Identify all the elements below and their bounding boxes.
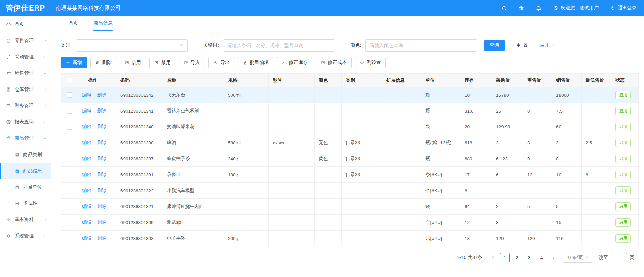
category-label: 类别: [61,42,72,48]
edit-link[interactable]: 编辑 [82,124,91,129]
delete-link[interactable]: 删除 [97,156,107,161]
op-divider: | [94,172,95,177]
edit-link[interactable]: 编辑 [82,140,91,145]
bank-icon[interactable] [518,5,524,11]
row-checkbox[interactable] [67,124,72,130]
edit-link[interactable]: 编辑 [82,236,91,241]
column-header: 销售价 [552,74,582,87]
sidebar-item-label: 基本资料 [15,217,43,223]
delete-link[interactable]: 删除 [97,140,107,145]
op-divider: | [94,156,95,161]
row-checkbox[interactable] [67,236,72,241]
sidebar-item-product[interactable]: 商品管理 [0,130,51,146]
chevron-down-icon [43,71,47,76]
sidebar-item-report[interactable]: 报表查询 [0,114,51,130]
color-input[interactable] [365,39,477,52]
row-checkbox[interactable] [67,204,72,209]
batch-edit-button[interactable]: 批量编辑 [238,57,273,68]
edit-link[interactable]: 编辑 [82,188,91,193]
delete-link[interactable]: 删除 [97,108,107,113]
delete-link[interactable]: 删除 [97,204,107,209]
page-number-4[interactable]: 4 [537,253,546,262]
edit-link[interactable]: 编辑 [82,92,91,97]
edit-link[interactable]: 编辑 [82,108,91,113]
edit-link[interactable]: 编辑 [82,172,91,177]
column-header: 最低售价 [582,74,611,87]
tab-product-info[interactable]: 商品信息 [93,16,113,31]
row-checkbox[interactable] [67,156,72,161]
sidebar-item-sales[interactable]: 销售管理 [0,65,51,81]
sidebar-item-warehouse[interactable]: 仓库管理 [0,81,51,98]
grid-icon [6,217,11,222]
cell-spec [224,183,269,199]
chevron-glyph [43,136,47,141]
row-checkbox[interactable] [67,108,72,114]
tab-home[interactable]: 首页 [68,16,79,31]
page-size-select[interactable]: 10 条/页 [563,253,593,263]
sidebar-item-system[interactable]: 系统管理 [0,228,51,244]
welcome-user[interactable]: 欢迎您，测试用户 [553,5,599,11]
cell-category [342,103,382,119]
finance-glyph [6,103,11,108]
delete-button[interactable]: 删除 [90,57,116,68]
sidebar-item-home[interactable]: 首页 [0,16,51,33]
delete-link[interactable]: 删除 [97,220,107,225]
sidebar-item-finance[interactable]: 财务管理 [0,98,51,114]
delete-link[interactable]: 删除 [97,124,107,129]
enable-button[interactable]: 启用 [120,57,146,68]
sidebar-item-label: 计量单位 [23,184,42,190]
delete-link[interactable]: 删除 [97,92,107,97]
sidebar-item-purchase[interactable]: 采购管理 [0,49,51,65]
disable-button[interactable]: 禁用 [149,57,175,68]
sidebar-item-product-category[interactable]: 商品类别 [0,146,51,163]
delete-link[interactable]: 删除 [97,236,107,241]
column-settings-button[interactable]: 列设置 [355,57,386,68]
delete-link[interactable]: 删除 [97,172,107,177]
delete-link[interactable]: 删除 [97,188,107,193]
keyword-input[interactable] [223,39,335,52]
page-number-2[interactable]: 2 [512,253,522,262]
bell-icon[interactable] [536,5,542,11]
category-select[interactable] [76,39,188,52]
edit-link[interactable]: 编辑 [82,220,91,225]
row-checkbox[interactable] [67,140,72,145]
search-button[interactable]: 查询 [484,40,505,51]
sidebar-item-basic[interactable]: 基本资料 [0,212,51,228]
row-checkbox[interactable] [67,220,72,225]
cell-unit: 瓶 [421,151,460,167]
export-button[interactable]: 导出 [208,57,234,68]
row-checkbox[interactable] [67,92,72,98]
cell-spec: 500ml [224,87,269,103]
search-icon[interactable] [501,5,507,11]
reset-button[interactable]: 重置 [510,40,534,51]
column-header: 状态 [611,74,639,87]
page-number-3[interactable]: 3 [525,253,534,262]
cell-color: 无色 [315,135,342,151]
welcome-text: 欢迎您，测试用户 [561,5,599,11]
logout-button[interactable]: 退出登录 [610,5,637,11]
prev-page-icon[interactable] [489,253,497,262]
sidebar-item-retail[interactable]: 零售管理 [0,33,51,49]
sidebar-item-measure-unit[interactable]: 计量单位 [0,179,51,195]
import-button[interactable]: 导入 [179,57,205,68]
add-button[interactable]: 新增 [61,57,87,68]
next-page-icon[interactable] [549,253,558,262]
jump-page-input[interactable] [611,253,627,262]
row-checkbox[interactable] [67,188,72,193]
sidebar-item-product-info[interactable]: 商品信息 [0,163,51,179]
edit-link[interactable]: 编辑 [82,204,91,209]
edit-link[interactable]: 编辑 [82,156,91,161]
column-header: 颜色 [315,74,342,87]
sidebar-item-multi-attribute[interactable]: 多属性 [0,195,51,212]
fix-stock-button[interactable]: 修正库存 [277,57,312,68]
import-icon [184,60,188,65]
cell-ext [382,167,421,183]
row-checkbox[interactable] [67,172,72,177]
cell-name: 电子手环 [163,231,224,246]
chevron-up-icon [43,136,47,141]
fix-cost-button[interactable]: 修正成本 [316,57,352,68]
expand-link[interactable]: 展开 [540,42,555,48]
select-all-checkbox[interactable] [67,78,72,83]
page-number-1[interactable]: 1 [500,253,510,262]
cell-retail: 9 [523,151,552,167]
